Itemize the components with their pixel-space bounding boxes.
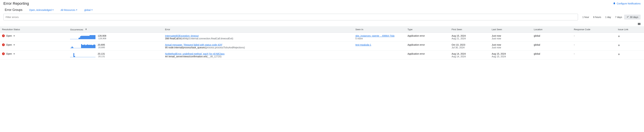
error-type: Application error bbox=[408, 52, 425, 55]
chevron-down-icon: ▼ bbox=[13, 44, 15, 46]
col-header-error[interactable]: Error bbox=[163, 26, 353, 33]
chevron-down-icon: ▼ bbox=[76, 9, 78, 11]
col-header-issue[interactable]: Issue Link bbox=[616, 26, 644, 33]
col-header-status[interactable]: Resolution Status bbox=[0, 26, 68, 33]
status-cell[interactable]: ! Open ▼ bbox=[2, 44, 66, 46]
status-label: Open bbox=[6, 34, 12, 37]
sort-desc-icon bbox=[85, 28, 87, 31]
add-issue-link-button[interactable]: + bbox=[618, 34, 620, 38]
last-seen-sub: Aug 15, 2024 bbox=[492, 55, 530, 58]
error-title-link[interactable]: Actual message: "Request failed with sta… bbox=[165, 44, 222, 46]
occurrences-count: 128,908 bbox=[98, 34, 106, 37]
col-header-occurrences[interactable]: Occurrences bbox=[68, 26, 163, 33]
columns-icon[interactable] bbox=[638, 22, 640, 26]
svg-rect-2 bbox=[640, 23, 640, 25]
first-seen-sub: Jul 30, 2024 bbox=[452, 46, 488, 49]
error-path: RealCall.kt bbox=[170, 37, 181, 40]
chevron-down-icon: ▼ bbox=[13, 35, 15, 37]
occurrences-sub: 20,695 bbox=[98, 46, 105, 49]
response-code: - bbox=[574, 34, 575, 37]
sparkline bbox=[70, 35, 96, 39]
error-icon: ! bbox=[2, 44, 5, 46]
error-count: 95 bbox=[165, 46, 168, 49]
col-header-type[interactable]: Type bbox=[406, 26, 450, 33]
response-code: - bbox=[574, 44, 575, 46]
status-cell[interactable]: ! Open ▼ bbox=[2, 34, 66, 37]
error-count: 398 bbox=[165, 37, 169, 40]
error-icon: ! bbox=[2, 52, 5, 55]
svg-rect-0 bbox=[638, 23, 638, 25]
table-row: ! Open ▼ 128,908 128,908 InterruptedIOEx… bbox=[0, 33, 644, 42]
col-header-occ-label: Occurrences bbox=[70, 28, 83, 31]
error-type: Application error bbox=[408, 44, 425, 46]
error-count: 44 bbox=[165, 55, 168, 58]
time-7days[interactable]: 7 days bbox=[613, 15, 624, 20]
occurrences-sub: 128,908 bbox=[98, 37, 106, 40]
filter-status[interactable]: Open, Acknowledged ▼ bbox=[29, 9, 54, 11]
chevron-down-icon: ▼ bbox=[91, 9, 93, 11]
chevron-down-icon: ▼ bbox=[13, 53, 15, 55]
last-seen: Aug 15, 2024 bbox=[492, 52, 530, 55]
last-seen: Just now bbox=[492, 44, 530, 46]
time-30days-label: 30 days bbox=[630, 16, 638, 18]
first-seen: Aug 14, 2024 bbox=[452, 52, 488, 55]
error-type: Application error bbox=[408, 34, 425, 37]
page-title: Error Reporting bbox=[4, 1, 29, 6]
last-seen-sub: Just now bbox=[492, 46, 530, 49]
error-path: node:internal/process/task_queues bbox=[168, 46, 205, 49]
location: global bbox=[534, 34, 540, 37]
seen-in-more: 5 more bbox=[356, 37, 404, 40]
time-6hours[interactable]: 6 hours bbox=[591, 15, 603, 20]
chevron-down-icon: ▼ bbox=[52, 9, 54, 11]
seen-in-link[interactable]: gke_instances: opente …69664-7lslp bbox=[356, 34, 394, 37]
time-1day[interactable]: 1 day bbox=[603, 15, 613, 20]
error-title-link[interactable]: NoMethodError: undefined method `each' f… bbox=[165, 52, 224, 55]
occurrences-count: 20,131 bbox=[98, 52, 105, 55]
status-label: Open bbox=[6, 52, 12, 55]
col-header-location[interactable]: Location bbox=[532, 26, 572, 33]
col-header-first[interactable]: First Seen bbox=[450, 26, 490, 33]
section-title: Error Groups bbox=[5, 8, 22, 12]
error-function: (okhttp3.internal.connection.RealCall.ti… bbox=[181, 37, 233, 40]
response-code: - bbox=[574, 52, 575, 55]
filter-resources[interactable]: All Resources ▼ bbox=[60, 9, 78, 11]
location: global bbox=[534, 52, 540, 55]
sparkline bbox=[70, 44, 96, 48]
col-header-last[interactable]: Last Seen bbox=[490, 26, 532, 33]
location: global bbox=[534, 44, 540, 46]
error-path: /email_server/views/confirmation.erb bbox=[168, 55, 207, 58]
filter-errors-input[interactable] bbox=[4, 14, 578, 20]
time-1hour[interactable]: 1 hour bbox=[580, 15, 591, 20]
error-function: (process.processTicksAndRejections) bbox=[205, 46, 245, 49]
error-function: (__tilt_12720) bbox=[207, 55, 222, 58]
bell-icon bbox=[613, 2, 616, 5]
first-seen-sub: Aug 14, 2024 bbox=[452, 55, 488, 58]
error-title-link[interactable]: InterruptedIOException: timeout bbox=[165, 34, 198, 37]
seen-in-link[interactable]: test-mpaluda-1 bbox=[356, 44, 371, 46]
error-icon: ! bbox=[2, 34, 5, 37]
table-row: ! Open ▼ 20,131 20,131 NoMethodError: un… bbox=[0, 51, 644, 60]
add-issue-link-button[interactable]: + bbox=[618, 44, 620, 47]
add-issue-link-button[interactable]: + bbox=[618, 52, 620, 56]
col-header-seen[interactable]: Seen In bbox=[354, 26, 406, 33]
last-seen-sub: Just now bbox=[492, 37, 530, 40]
time-30days[interactable]: 30 days bbox=[624, 14, 640, 20]
first-seen: Aug 15, 2024 bbox=[452, 34, 488, 37]
last-seen: Just now bbox=[492, 34, 530, 37]
occurrences-count: 20,695 bbox=[98, 44, 105, 46]
status-cell[interactable]: ! Open ▼ bbox=[2, 52, 66, 55]
configure-notifications-label: Configure Notifications bbox=[617, 2, 640, 5]
sparkline bbox=[70, 53, 96, 57]
svg-rect-1 bbox=[639, 23, 640, 25]
error-table: Resolution Status Occurrences Error Seen… bbox=[0, 26, 644, 60]
filter-location[interactable]: global ▼ bbox=[84, 9, 93, 11]
configure-notifications-link[interactable]: Configure Notifications bbox=[613, 2, 640, 5]
table-row: ! Open ▼ 20,695 20,695 Actual message: "… bbox=[0, 42, 644, 51]
filter-location-label: global bbox=[84, 9, 91, 11]
time-range-group: 1 hour 6 hours 1 day 7 days 30 days bbox=[580, 14, 640, 20]
col-header-response[interactable]: Response Code bbox=[572, 26, 616, 33]
filter-resources-label: All Resources bbox=[60, 9, 75, 11]
occurrences-sub: 20,131 bbox=[98, 55, 105, 58]
check-icon bbox=[626, 16, 629, 18]
status-label: Open bbox=[6, 44, 12, 46]
